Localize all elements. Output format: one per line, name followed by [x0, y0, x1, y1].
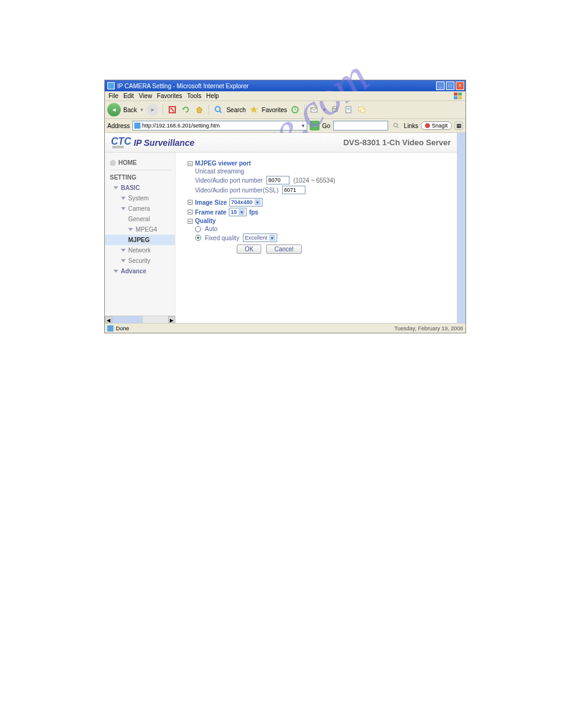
nav-camera[interactable]: Camera: [105, 203, 175, 214]
cancel-button[interactable]: Cancel: [266, 245, 301, 254]
svg-rect-2: [454, 96, 458, 99]
image-size-select[interactable]: 704x480▼: [229, 198, 262, 207]
frame-rate-select[interactable]: 15▼: [229, 208, 247, 216]
discuss-button[interactable]: [356, 104, 367, 115]
sidebar: HOME SETTING BASIC System Camera General…: [105, 133, 175, 323]
edit-button[interactable]: [343, 104, 354, 115]
titlebar: IP CAMERA Setting - Microsoft Internet E…: [105, 80, 465, 91]
minimize-button[interactable]: _: [436, 82, 445, 90]
status-date: Tuesday, February 19, 2008: [394, 325, 463, 332]
va-port-input[interactable]: [266, 176, 289, 184]
quality-fixed-label: Fixed quality: [205, 235, 239, 241]
section-image-size: − Image Size 704x480▼: [188, 198, 451, 207]
maximize-button[interactable]: □: [446, 82, 454, 90]
content-panel: − MJPEG viewer port Unicast streaming Vi…: [175, 133, 457, 323]
svg-rect-19: [361, 109, 365, 112]
svg-marker-7: [196, 107, 202, 113]
nav-advance[interactable]: Advance: [105, 266, 175, 276]
back-label[interactable]: Back: [123, 107, 137, 113]
chevron-down-icon: [121, 249, 126, 252]
nav-mjpeg[interactable]: MJPEG: [105, 235, 175, 245]
svg-line-5: [170, 108, 174, 112]
chevron-down-icon: [121, 259, 126, 262]
chevron-down-icon: [113, 270, 118, 273]
quality-auto-radio[interactable]: [195, 226, 201, 232]
svg-marker-10: [250, 106, 258, 113]
collapse-icon[interactable]: −: [188, 161, 193, 166]
chevron-down-icon: [113, 186, 118, 189]
stop-button[interactable]: [167, 104, 178, 115]
refresh-button[interactable]: [180, 104, 191, 115]
nav-basic[interactable]: BASIC: [105, 183, 175, 193]
snagit-icon: [425, 123, 430, 128]
favorites-icon[interactable]: [248, 104, 259, 115]
home-button[interactable]: [194, 104, 205, 115]
chevron-down-icon: [128, 228, 133, 231]
menu-tools[interactable]: Tools: [187, 93, 201, 99]
chevron-down-icon: [121, 197, 126, 200]
forward-button[interactable]: ►: [147, 104, 159, 116]
address-input[interactable]: http://192.168.6.201/setting.htm ▼: [132, 121, 308, 131]
menu-favorites[interactable]: Favorites: [157, 93, 182, 99]
url-text: http://192.168.6.201/setting.htm: [142, 123, 220, 129]
svg-rect-3: [458, 96, 462, 99]
snagit-menu-icon[interactable]: ▦: [454, 121, 463, 130]
search-go-icon[interactable]: [391, 120, 402, 131]
collapse-icon[interactable]: −: [188, 219, 193, 224]
menu-edit[interactable]: Edit: [123, 93, 134, 99]
nav-setting: SETTING: [105, 172, 175, 183]
favicon-icon: [134, 123, 140, 129]
quality-fixed-select[interactable]: Excellent▼: [243, 233, 277, 242]
menubar: File Edit View Favorites Tools Help: [105, 91, 465, 101]
collapse-icon[interactable]: −: [188, 210, 193, 214]
svg-rect-13: [332, 108, 337, 112]
quality-fixed-radio[interactable]: [195, 235, 201, 241]
menu-view[interactable]: View: [139, 93, 152, 99]
collapse-icon[interactable]: −: [188, 200, 193, 205]
va-port-label: Video/Audio port number: [195, 177, 262, 184]
sidebar-scrollbar[interactable]: ◄ ►: [105, 316, 175, 323]
menu-help[interactable]: Help: [206, 93, 219, 99]
windows-flag-icon: [453, 92, 463, 100]
browser-window: IP CAMERA Setting - Microsoft Internet E…: [104, 80, 466, 333]
va-port-ssl-input[interactable]: [282, 186, 305, 194]
nav-general[interactable]: General: [105, 214, 175, 224]
svg-line-9: [220, 111, 221, 113]
va-port-ssl-label: Video/Audio port number(SSL): [195, 187, 278, 194]
status-text: Done: [116, 325, 129, 332]
quality-auto-label: Auto: [205, 226, 218, 232]
menu-file[interactable]: File: [109, 93, 118, 99]
ok-button[interactable]: OK: [237, 245, 261, 254]
nav-mpeg4[interactable]: MPEG4: [105, 224, 175, 235]
svg-rect-1: [458, 93, 462, 96]
svg-rect-0: [454, 93, 458, 96]
snagit-label: SnagIt: [432, 123, 448, 129]
toolbar-search-input[interactable]: [333, 121, 388, 131]
section-frame-rate: − Frame rate 15▼ fps: [188, 208, 451, 216]
status-icon: [107, 325, 113, 332]
nav-system[interactable]: System: [105, 193, 175, 203]
unicast-label: Unicast streaming: [195, 168, 451, 175]
snagit-button[interactable]: SnagIt: [421, 121, 452, 130]
nav-network[interactable]: Network: [105, 245, 175, 256]
statusbar: Done Tuesday, February 19, 2008: [105, 323, 465, 333]
app-icon: [107, 82, 115, 89]
close-button[interactable]: X: [456, 82, 464, 90]
links-label[interactable]: Links: [404, 123, 418, 129]
favorites-label[interactable]: Favorites: [262, 107, 287, 113]
back-button[interactable]: ◄: [107, 103, 121, 116]
toolbar: ◄ Back ▼ ► Search Favorites ▼: [105, 101, 465, 119]
search-icon[interactable]: [213, 104, 224, 115]
section-quality: − Quality: [188, 218, 451, 224]
chevron-down-icon: [121, 207, 126, 210]
page-body: CTC union IP Surveillance DVS-8301 1-Ch …: [105, 133, 465, 323]
section-mjpeg-port: − MJPEG viewer port: [188, 160, 451, 167]
mail-button[interactable]: [308, 104, 320, 115]
nav-security[interactable]: Security: [105, 256, 175, 266]
print-button[interactable]: [329, 104, 340, 115]
search-label[interactable]: Search: [226, 107, 246, 113]
history-button[interactable]: [289, 104, 301, 115]
nav-home[interactable]: HOME: [105, 157, 175, 168]
go-button[interactable]: →: [310, 121, 320, 131]
go-label[interactable]: Go: [322, 123, 330, 129]
